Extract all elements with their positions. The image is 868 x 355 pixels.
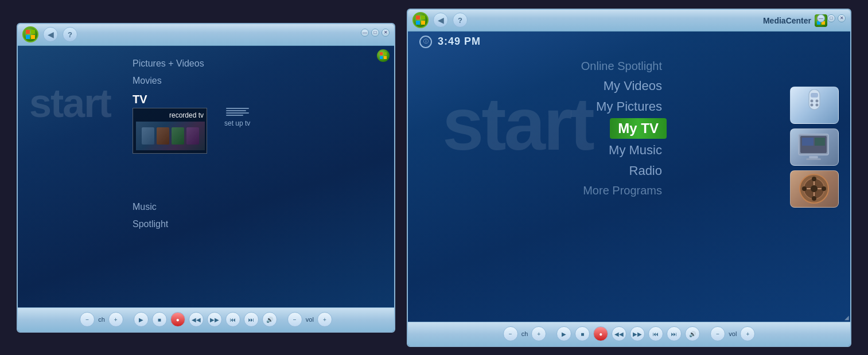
large-back-button[interactable]: ◀ — [433, 13, 448, 28]
svg-point-34 — [822, 186, 826, 191]
start-watermark: start — [29, 80, 111, 126]
large-menu-item-my-tv[interactable]: My TV — [610, 118, 667, 139]
large-stop-button[interactable]: ■ — [575, 326, 590, 341]
small-titlebar: ◀ ? — □ ✕ — [18, 24, 394, 46]
skip-back-button[interactable]: ⏮ — [225, 312, 240, 327]
svg-rect-8 — [416, 15, 420, 19]
remote-icon-button[interactable] — [790, 87, 839, 124]
svg-rect-27 — [815, 138, 825, 146]
svg-rect-17 — [811, 93, 818, 97]
large-menu-item-radio[interactable]: Radio — [625, 162, 667, 180]
svg-rect-1 — [31, 30, 35, 34]
large-menu-item-more-programs[interactable]: More Programs — [578, 182, 667, 199]
lower-menu: Music Spotlight — [133, 201, 168, 231]
svg-rect-3 — [31, 35, 35, 39]
svg-rect-6 — [380, 56, 383, 58]
vol-plus-button[interactable]: + — [317, 312, 332, 327]
large-content-area: start Online Spotlight My Videos My Pict… — [408, 52, 850, 322]
svg-rect-2 — [26, 35, 30, 39]
recorded-tv-box[interactable]: recorded tv — [133, 108, 207, 154]
large-close-button[interactable]: ✕ — [838, 14, 846, 22]
ch-plus-button[interactable]: + — [108, 312, 123, 327]
large-media-center-window: ◀ ? MediaCenter — □ ✕ ⓘ — [407, 9, 851, 347]
large-menu-item-online-spotlight[interactable]: Online Spotlight — [577, 58, 667, 75]
ch-minus-button[interactable]: − — [80, 312, 95, 327]
large-help-button[interactable]: ? — [453, 13, 468, 28]
stop-button[interactable]: ■ — [152, 312, 167, 327]
thumb-1 — [142, 127, 154, 145]
app-name-label: MediaCenter — [763, 16, 811, 25]
large-vol-minus-button[interactable]: − — [710, 326, 725, 341]
mute-button[interactable]: 🔊 — [262, 312, 277, 327]
menu-item-spotlight[interactable]: Spotlight — [133, 218, 168, 231]
window-controls: — □ ✕ — [361, 29, 390, 37]
large-ch-plus-button[interactable]: + — [531, 326, 546, 341]
corner-windows-icon — [377, 49, 390, 62]
large-play-button[interactable]: ▶ — [556, 326, 571, 341]
restore-button[interactable]: □ — [371, 29, 379, 37]
svg-rect-11 — [421, 21, 425, 25]
svg-point-33 — [802, 186, 807, 191]
large-mute-button[interactable]: 🔊 — [685, 326, 700, 341]
svg-rect-0 — [26, 30, 30, 34]
setup-tv-item[interactable]: set up tv — [224, 108, 250, 127]
large-skip-back-button[interactable]: ⏮ — [648, 326, 663, 341]
back-button[interactable]: ◀ — [43, 27, 58, 42]
large-ch-minus-button[interactable]: − — [503, 326, 518, 341]
large-skip-forward-button[interactable]: ⏭ — [667, 326, 682, 341]
clock-area: ⓘ 3:49 PM — [419, 36, 481, 48]
close-button[interactable]: ✕ — [382, 29, 390, 37]
large-vol-label: vol — [729, 330, 737, 337]
svg-rect-4 — [380, 52, 383, 55]
svg-point-21 — [816, 103, 819, 106]
large-rewind-button[interactable]: ◀◀ — [612, 326, 626, 341]
menu-item-pictures-videos[interactable]: Pictures + Videos — [133, 57, 204, 70]
play-button[interactable]: ▶ — [134, 312, 149, 327]
large-fast-forward-button[interactable]: ▶▶ — [630, 326, 645, 341]
svg-rect-10 — [416, 21, 420, 25]
recorded-tv-label: recorded tv — [136, 111, 204, 119]
tv-submenu: recorded tv set up tv — [133, 108, 250, 154]
remote-svg — [804, 89, 824, 121]
svg-point-19 — [816, 99, 819, 102]
screen-svg — [797, 133, 832, 161]
svg-point-31 — [812, 177, 816, 181]
svg-point-32 — [812, 196, 816, 201]
svg-rect-24 — [809, 156, 818, 158]
screen-icon-button[interactable] — [790, 128, 839, 166]
clock-time: 3:49 PM — [438, 36, 481, 48]
windows-logo-icon[interactable] — [22, 26, 38, 42]
film-reel-icon-button[interactable] — [790, 170, 839, 208]
record-button[interactable]: ● — [170, 312, 185, 327]
svg-point-18 — [811, 99, 813, 102]
large-menu-item-my-music[interactable]: My Music — [604, 141, 667, 159]
large-ch-label: ch — [521, 330, 528, 337]
menu-item-tv[interactable]: TV — [133, 92, 204, 107]
vol-label: vol — [306, 316, 314, 323]
help-button[interactable]: ? — [63, 27, 77, 42]
large-record-button[interactable]: ● — [593, 326, 608, 341]
setup-line-2 — [226, 110, 246, 111]
vol-minus-button[interactable]: − — [287, 312, 302, 327]
large-minimize-button[interactable]: — — [817, 14, 825, 22]
thumb-2 — [157, 127, 169, 145]
svg-point-30 — [811, 185, 818, 192]
setup-tv-lines — [226, 108, 249, 116]
setup-line-4 — [226, 115, 243, 116]
skip-forward-button[interactable]: ⏭ — [244, 312, 259, 327]
large-menu-item-my-pictures[interactable]: My Pictures — [591, 97, 667, 116]
large-vol-plus-button[interactable]: + — [740, 326, 755, 341]
menu-item-music[interactable]: Music — [133, 201, 168, 213]
small-content-area: start Pictures + Videos Movies TV record… — [18, 46, 394, 307]
large-windows-logo-icon[interactable] — [412, 12, 429, 28]
large-menu-item-my-videos[interactable]: My Videos — [599, 77, 667, 95]
large-window-controls: — □ ✕ — [817, 14, 846, 22]
resize-handle[interactable]: ◢ — [844, 314, 849, 321]
fast-forward-button[interactable]: ▶▶ — [207, 312, 222, 327]
large-restore-button[interactable]: □ — [827, 14, 835, 22]
rewind-button[interactable]: ◀◀ — [189, 312, 204, 327]
menu-item-movies[interactable]: Movies — [133, 75, 204, 87]
film-reel-svg — [799, 173, 830, 205]
svg-point-20 — [811, 103, 813, 106]
minimize-button[interactable]: — — [361, 29, 369, 37]
